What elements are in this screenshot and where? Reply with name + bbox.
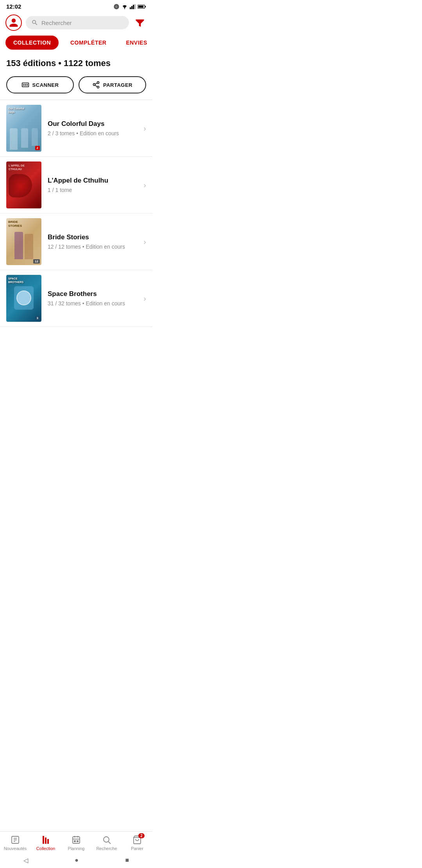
series-item-cthulhu[interactable]: L'Appel deCthulhu L'Appel de Cthulhu 1 /… — [0, 157, 152, 213]
filter-icon — [134, 17, 145, 28]
series-title-space: Space Brothers — [48, 290, 137, 298]
wifi-icon — [121, 4, 128, 9]
scanner-label: SCANNER — [32, 82, 59, 88]
cover-space: SPACEBROTHERS 3 — [6, 275, 41, 322]
series-info-ocd: Our Colorful Days 2 / 3 tomes • Edition … — [48, 120, 137, 136]
tab-completer[interactable]: COMPLÉTER — [63, 36, 114, 50]
svg-rect-9 — [138, 5, 144, 7]
series-item-bride[interactable]: BRIDESTORIES 12 Bride Stories 12 / 12 to… — [0, 213, 152, 270]
chevron-bride: › — [143, 237, 146, 246]
series-title-bride: Bride Stories — [48, 233, 137, 241]
series-meta-ocd: 2 / 3 tomes • Edition en cours — [48, 130, 137, 136]
share-icon — [92, 81, 100, 89]
cover-cthulhu: L'Appel deCthulhu — [6, 161, 41, 208]
series-info-space: Space Brothers 31 / 32 tomes • Edition e… — [48, 290, 137, 307]
chevron-space: › — [143, 294, 146, 303]
series-meta-cthulhu: 1 / 1 tome — [48, 187, 137, 193]
series-info-cthulhu: L'Appel de Cthulhu 1 / 1 tome — [48, 177, 137, 193]
series-title-ocd: Our Colorful Days — [48, 120, 137, 128]
series-item-space[interactable]: SPACEBROTHERS 3 Space Brothers 31 / 32 t… — [0, 270, 152, 327]
search-placeholder: Rechercher — [41, 20, 72, 26]
svg-rect-5 — [133, 5, 134, 9]
series-meta-space: 31 / 32 tomes • Edition en cours — [48, 300, 137, 307]
partager-label: PARTAGER — [103, 82, 132, 88]
series-info-bride: Bride Stories 12 / 12 tomes • Edition en… — [48, 233, 137, 250]
chevron-cthulhu: › — [143, 181, 146, 190]
chevron-ocd: › — [143, 124, 146, 133]
svg-rect-8 — [145, 6, 146, 7]
svg-rect-4 — [131, 6, 132, 9]
search-bar[interactable]: Rechercher — [26, 16, 129, 29]
svg-text:©: © — [116, 5, 118, 8]
svg-rect-6 — [134, 4, 136, 9]
series-meta-bride: 12 / 12 tomes • Edition en cours — [48, 244, 137, 250]
status-bar: 12:02 © — [0, 0, 152, 11]
tab-collection[interactable]: COLLECTION — [5, 36, 59, 50]
signal-icon — [130, 4, 136, 9]
partager-button[interactable]: PARTAGER — [79, 76, 146, 93]
cover-bride: BRIDESTORIES 12 — [6, 218, 41, 265]
notification-icon: © — [113, 4, 120, 10]
series-list: Our ColorfulDays 2 Our Colorful Days 2 /… — [0, 100, 152, 327]
series-item-ocd[interactable]: Our ColorfulDays 2 Our Colorful Days 2 /… — [0, 100, 152, 157]
svg-rect-3 — [130, 7, 131, 9]
search-icon — [31, 19, 38, 26]
stats-text: 153 éditions • 1122 tomes — [6, 58, 146, 68]
avatar[interactable] — [5, 14, 22, 31]
svg-point-2 — [124, 8, 125, 9]
tab-bar: COLLECTION COMPLÉTER ENVIES — [0, 34, 152, 54]
cover-ocd: Our ColorfulDays 2 — [6, 105, 41, 152]
status-time: 12:02 — [6, 3, 21, 10]
scanner-button[interactable]: SCANNER — [6, 76, 74, 93]
action-buttons: SCANNER PARTAGER — [0, 75, 152, 100]
user-icon — [9, 18, 19, 28]
tab-envies[interactable]: ENVIES — [118, 36, 152, 50]
header: Rechercher — [0, 11, 152, 34]
stats-section: 153 éditions • 1122 tomes — [0, 54, 152, 75]
series-title-cthulhu: L'Appel de Cthulhu — [48, 177, 137, 185]
scanner-icon — [21, 81, 29, 89]
status-icons: © — [113, 4, 146, 10]
filter-button[interactable] — [133, 16, 147, 30]
battery-icon — [138, 4, 146, 9]
